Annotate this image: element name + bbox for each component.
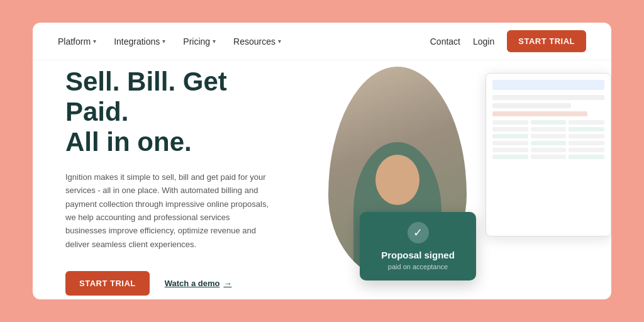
hero-right: ✓ Proposal signed paid on acceptance: [322, 60, 611, 299]
dashboard-screenshot: [486, 73, 611, 236]
hero-headline: Sell. Bill. Get Paid. All in one.: [65, 67, 297, 158]
pricing-label: Pricing: [183, 36, 210, 47]
badge-subtitle: paid on acceptance: [371, 263, 465, 270]
nav-item-resources[interactable]: Resources ▾: [233, 36, 281, 47]
dash-row-3: [492, 111, 587, 116]
check-icon: ✓: [408, 222, 429, 243]
table-row: [492, 141, 604, 145]
nav-item-pricing[interactable]: Pricing ▾: [183, 36, 216, 47]
integrations-chevron-icon: ▾: [162, 38, 165, 45]
headline-line2: All in one.: [65, 127, 192, 157]
table-row: [492, 127, 604, 131]
hero-trial-button[interactable]: START TRIAL: [65, 271, 150, 296]
dashboard-header-bar: [492, 80, 604, 90]
table-row: [492, 134, 604, 138]
badge-title: Proposal signed: [371, 250, 465, 260]
hero-left: Sell. Bill. Get Paid. All in one. Igniti…: [33, 60, 322, 299]
main-card: Platform ▾ Integrations ▾ Pricing ▾ Reso…: [33, 23, 611, 299]
nav-right: Contact Login START TRIAL: [430, 30, 586, 52]
contact-link[interactable]: Contact: [430, 36, 460, 47]
resources-chevron-icon: ▾: [278, 38, 281, 45]
content-area: Sell. Bill. Get Paid. All in one. Igniti…: [33, 60, 611, 299]
hero-subtext: Ignition makes it simple to sell, bill a…: [65, 170, 273, 252]
nav-item-platform[interactable]: Platform ▾: [58, 36, 96, 47]
cta-row: START TRIAL Watch a demo →: [65, 271, 297, 296]
integrations-label: Integrations: [114, 36, 160, 47]
table-row: [492, 155, 604, 159]
headline-line1: Sell. Bill. Get Paid.: [65, 67, 227, 126]
resources-label: Resources: [233, 36, 275, 47]
table-row: [492, 120, 604, 125]
dashboard-table: [492, 120, 604, 159]
watch-demo-link[interactable]: Watch a demo →: [165, 279, 232, 288]
nav-trial-button[interactable]: START TRIAL: [507, 30, 586, 52]
pricing-chevron-icon: ▾: [213, 38, 216, 45]
dash-row-2: [492, 103, 571, 108]
login-link[interactable]: Login: [473, 36, 494, 47]
proposal-badge: ✓ Proposal signed paid on acceptance: [360, 212, 476, 280]
nav-left: Platform ▾ Integrations ▾ Pricing ▾ Reso…: [58, 36, 281, 47]
table-row: [492, 148, 604, 152]
platform-label: Platform: [58, 36, 91, 47]
nav-item-integrations[interactable]: Integrations ▾: [114, 36, 165, 47]
platform-chevron-icon: ▾: [93, 38, 96, 45]
dash-row-1: [492, 95, 604, 100]
navbar: Platform ▾ Integrations ▾ Pricing ▾ Reso…: [33, 23, 611, 60]
